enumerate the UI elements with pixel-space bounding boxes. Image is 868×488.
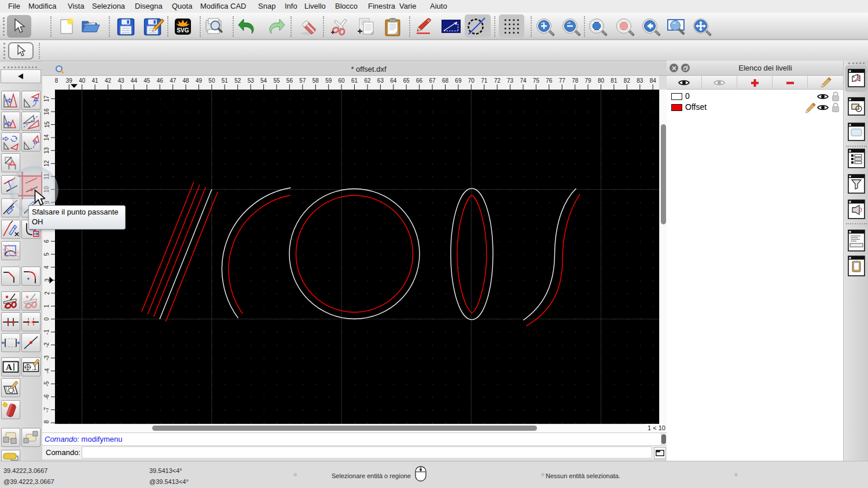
svg-text:0: 0 bbox=[44, 317, 50, 321]
svg-text:16: 16 bbox=[44, 108, 50, 115]
svg-text:51: 51 bbox=[222, 77, 229, 84]
svg-text:A: A bbox=[6, 363, 12, 372]
svg-text:8: 8 bbox=[55, 77, 58, 84]
svg-text:84: 84 bbox=[650, 77, 657, 84]
svg-text:58: 58 bbox=[312, 77, 319, 84]
svg-text:-1: -1 bbox=[44, 329, 50, 334]
svg-text:49: 49 bbox=[196, 77, 203, 84]
svg-text:-3: -3 bbox=[44, 355, 50, 360]
svg-text:44: 44 bbox=[131, 77, 138, 84]
svg-text:74: 74 bbox=[520, 77, 527, 84]
svg-text:67: 67 bbox=[429, 77, 436, 84]
svg-text:41: 41 bbox=[92, 77, 99, 84]
svg-text:77: 77 bbox=[559, 77, 566, 84]
svg-text:66: 66 bbox=[416, 77, 423, 84]
svg-text:82: 82 bbox=[624, 77, 631, 84]
svg-text:55: 55 bbox=[273, 77, 280, 84]
svg-text:47: 47 bbox=[170, 77, 176, 84]
svg-text:2: 2 bbox=[44, 291, 50, 295]
svg-text:48: 48 bbox=[183, 77, 190, 84]
svg-text:76: 76 bbox=[546, 77, 553, 84]
svg-text:52: 52 bbox=[234, 77, 241, 84]
svg-text:78: 78 bbox=[572, 77, 579, 84]
svg-text:-7: -7 bbox=[44, 407, 50, 412]
svg-text:62: 62 bbox=[364, 77, 371, 84]
svg-text:63: 63 bbox=[377, 77, 384, 84]
svg-text:6: 6 bbox=[44, 239, 50, 243]
svg-text:61: 61 bbox=[351, 77, 358, 84]
svg-text:50: 50 bbox=[208, 77, 215, 84]
svg-text:17: 17 bbox=[44, 95, 50, 102]
svg-text:69: 69 bbox=[455, 77, 462, 84]
svg-text:14: 14 bbox=[44, 134, 50, 141]
svg-text:72: 72 bbox=[494, 77, 501, 84]
svg-text:59: 59 bbox=[325, 77, 332, 84]
svg-text:56: 56 bbox=[286, 77, 293, 84]
svg-text:-6: -6 bbox=[44, 394, 50, 399]
svg-text:42: 42 bbox=[105, 77, 112, 84]
svg-text:15: 15 bbox=[44, 121, 50, 128]
svg-text:73: 73 bbox=[507, 77, 514, 84]
svg-text:3: 3 bbox=[44, 278, 50, 282]
svg-text:71: 71 bbox=[481, 77, 488, 84]
svg-text:5: 5 bbox=[44, 252, 50, 256]
svg-text:13: 13 bbox=[44, 147, 50, 154]
svg-text:12: 12 bbox=[44, 160, 50, 167]
svg-text:45: 45 bbox=[144, 77, 150, 84]
svg-text:-8: -8 bbox=[44, 420, 50, 424]
svg-text:81: 81 bbox=[610, 77, 617, 84]
svg-text:-5: -5 bbox=[44, 381, 50, 386]
svg-text:53: 53 bbox=[248, 77, 255, 84]
svg-text:-2: -2 bbox=[44, 342, 50, 347]
svg-text:68: 68 bbox=[442, 77, 449, 84]
svg-text:57: 57 bbox=[299, 77, 306, 84]
svg-text:1: 1 bbox=[44, 304, 50, 308]
svg-text:60: 60 bbox=[339, 77, 345, 84]
svg-text:79: 79 bbox=[585, 77, 592, 84]
svg-text:4: 4 bbox=[44, 265, 50, 269]
svg-text:43: 43 bbox=[117, 77, 124, 84]
svg-text:64: 64 bbox=[390, 77, 397, 84]
svg-text:75: 75 bbox=[533, 77, 540, 84]
svg-text:39: 39 bbox=[66, 77, 73, 84]
svg-text:46: 46 bbox=[157, 77, 164, 84]
svg-text:70: 70 bbox=[468, 77, 475, 84]
svg-text:65: 65 bbox=[403, 77, 410, 84]
svg-text:80: 80 bbox=[598, 77, 605, 84]
svg-text:54: 54 bbox=[260, 77, 267, 84]
svg-text:83: 83 bbox=[637, 77, 643, 84]
svg-text:40: 40 bbox=[79, 77, 86, 84]
svg-text:-4: -4 bbox=[44, 368, 50, 374]
svg-text:SVG: SVG bbox=[176, 27, 189, 34]
